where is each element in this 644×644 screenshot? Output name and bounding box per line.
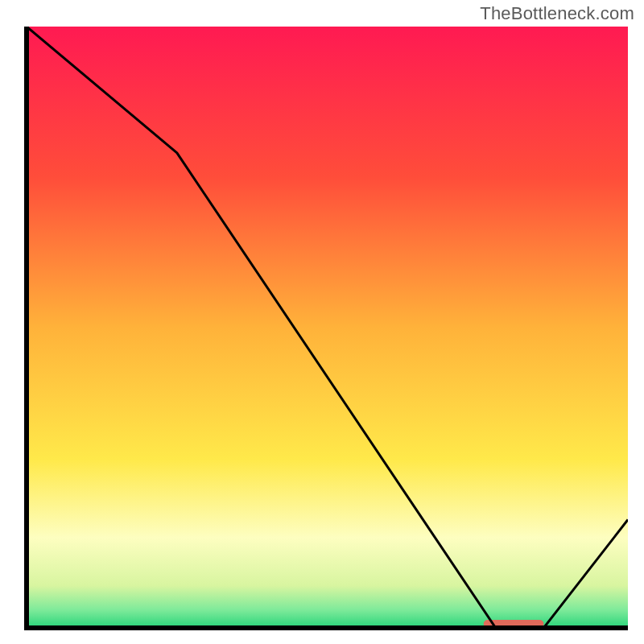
plot-background <box>27 27 628 628</box>
watermark-text: TheBottleneck.com <box>480 3 634 24</box>
bottleneck-chart <box>0 0 644 644</box>
